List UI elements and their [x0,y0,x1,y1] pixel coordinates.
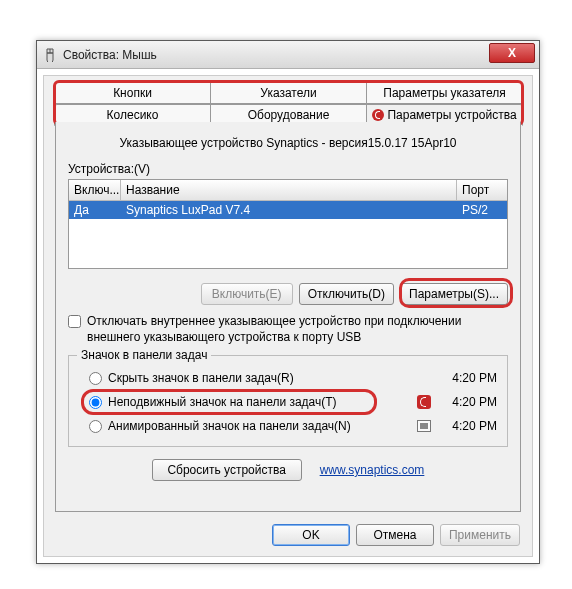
tab-label: Параметры устройства [387,108,516,122]
tray-preview-none-icon [415,371,433,385]
driver-version-text: Указывающее устройство Synaptics - верси… [68,136,508,150]
col-enabled[interactable]: Включ... [69,180,121,200]
reset-row: Сбросить устройства www.synaptics.com [68,459,508,481]
disable-internal-checkbox[interactable] [68,315,81,328]
radio-static-row: Неподвижный значок на панели задач(T) 4:… [79,390,497,414]
settings-button[interactable]: Параметры(S)... [400,283,508,305]
radio-hide-row: Скрыть значок в панели задач(R) 4:20 PM [79,366,497,390]
enable-button: Включить(E) [201,283,293,305]
tab-pointers[interactable]: Указатели [210,82,367,104]
ok-button[interactable]: OK [272,524,350,546]
tray-preview-anim-icon [415,419,433,433]
mouse-icon [43,48,57,62]
devices-table[interactable]: Включ... Название Порт Да Synaptics LuxP… [68,179,508,269]
window-title: Свойства: Мышь [63,48,157,62]
dialog-window: Свойства: Мышь X Кнопки Указатели Параме… [36,40,540,564]
radio-static-label[interactable]: Неподвижный значок на панели задач(T) [108,395,415,409]
cell-enabled: Да [69,201,121,219]
tray-preview-static-icon [415,395,433,409]
table-row[interactable]: Да Synaptics LuxPad V7.4 PS/2 [69,201,507,219]
time-anim: 4:20 PM [441,419,497,433]
disable-button[interactable]: Отключить(D) [299,283,394,305]
tray-icon-group: Значок в панели задач Скрыть значок в па… [68,355,508,447]
apply-button: Применить [440,524,520,546]
radio-static[interactable] [89,396,102,409]
synaptics-icon [372,109,384,121]
tray-group-legend: Значок в панели задач [77,348,211,362]
radio-hide-label[interactable]: Скрыть значок в панели задач(R) [108,371,415,385]
radio-anim-row: Анимированный значок на панели задач(N) … [79,414,497,438]
device-buttons-row: Включить(E) Отключить(D) Параметры(S)... [68,283,508,305]
client-area: Кнопки Указатели Параметры указателя Кол… [43,75,533,557]
col-port[interactable]: Порт [457,180,507,200]
close-icon: X [508,46,516,60]
tab-pointer-options[interactable]: Параметры указателя [366,82,523,104]
col-name[interactable]: Название [121,180,457,200]
table-header: Включ... Название Порт [69,180,507,201]
tab-panel: Указывающее устройство Synaptics - верси… [55,122,521,512]
dialog-buttons: OK Отмена Применить [272,524,520,546]
time-hide: 4:20 PM [441,371,497,385]
radio-hide[interactable] [89,372,102,385]
tab-strip: Кнопки Указатели Параметры указателя Кол… [54,82,522,126]
cell-port: PS/2 [457,201,507,219]
titlebar[interactable]: Свойства: Мышь X [37,41,539,69]
disable-internal-row: Отключать внутреннее указывающее устройс… [68,313,508,345]
radio-anim[interactable] [89,420,102,433]
time-static: 4:20 PM [441,395,497,409]
reset-button[interactable]: Сбросить устройства [152,459,302,481]
close-button[interactable]: X [489,43,535,63]
radio-anim-label[interactable]: Анимированный значок на панели задач(N) [108,419,415,433]
devices-label: Устройства:(V) [68,162,508,176]
synaptics-link[interactable]: www.synaptics.com [320,463,425,477]
tab-buttons[interactable]: Кнопки [54,82,211,104]
cell-name: Synaptics LuxPad V7.4 [121,201,457,219]
disable-internal-label[interactable]: Отключать внутреннее указывающее устройс… [87,313,508,345]
cancel-button[interactable]: Отмена [356,524,434,546]
